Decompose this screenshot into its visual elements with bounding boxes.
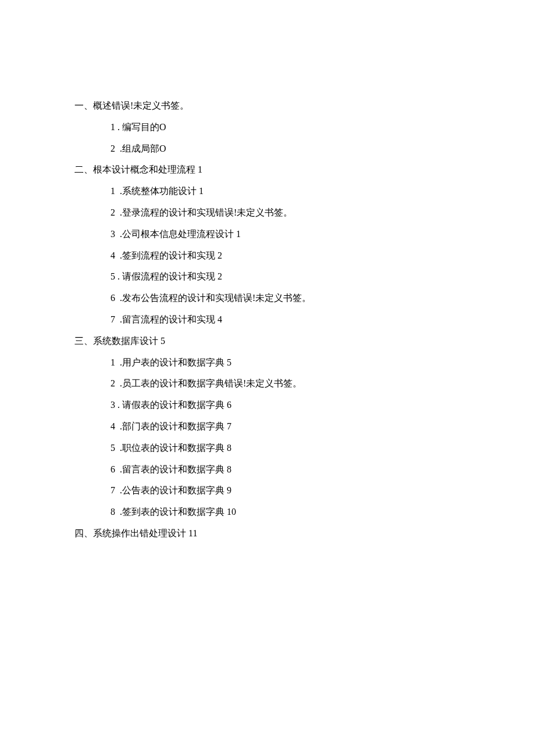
toc-entry: 4 .部门表的设计和数据字典 7 [74, 416, 465, 438]
toc-entry: 2 .组成局部O [74, 138, 465, 160]
toc-entry: 1 .系统整体功能设计 1 [74, 181, 465, 202]
toc-entry: 3 . 请假表的设计和数据字典 6 [74, 395, 465, 416]
toc-entry: 5 .职位表的设计和数据字典 8 [74, 438, 465, 459]
document-page: 一、概述错误!未定义书签。1 . 编写目的O2 .组成局部O二、根本设计概念和处… [0, 0, 535, 544]
toc-entry: 四、系统操作出错处理设计 11 [74, 523, 465, 544]
toc-entry: 5 . 请假流程的设计和实现 2 [74, 266, 465, 288]
toc-entry: 8 .签到表的设计和数据字典 10 [74, 501, 465, 523]
toc-entry: 7 .留言流程的设计和实现 4 [74, 309, 465, 331]
toc-entry: 4 .签到流程的设计和实现 2 [74, 245, 465, 267]
toc-entry: 二、根本设计概念和处理流程 1 [74, 159, 465, 181]
toc-entry: 2 .员工表的设计和数据字典错误!未定义书签。 [74, 373, 465, 395]
toc-entry: 1 . 编写目的O [74, 117, 465, 138]
toc-entry: 三、系统数据库设计 5 [74, 331, 465, 352]
toc-entry: 3 .公司根本信息处理流程设计 1 [74, 224, 465, 245]
toc-entry: 6 .发布公告流程的设计和实现错误!未定义书签。 [74, 288, 465, 309]
toc-entry: 6 .留言表的设计和数据字典 8 [74, 459, 465, 481]
toc-entry: 1 .用户表的设计和数据字典 5 [74, 352, 465, 374]
toc-entry: 2 .登录流程的设计和实现错误!未定义书签。 [74, 202, 465, 224]
toc-entry: 7 .公告表的设计和数据字典 9 [74, 480, 465, 501]
table-of-contents: 一、概述错误!未定义书签。1 . 编写目的O2 .组成局部O二、根本设计概念和处… [74, 95, 465, 544]
toc-entry: 一、概述错误!未定义书签。 [74, 95, 465, 117]
